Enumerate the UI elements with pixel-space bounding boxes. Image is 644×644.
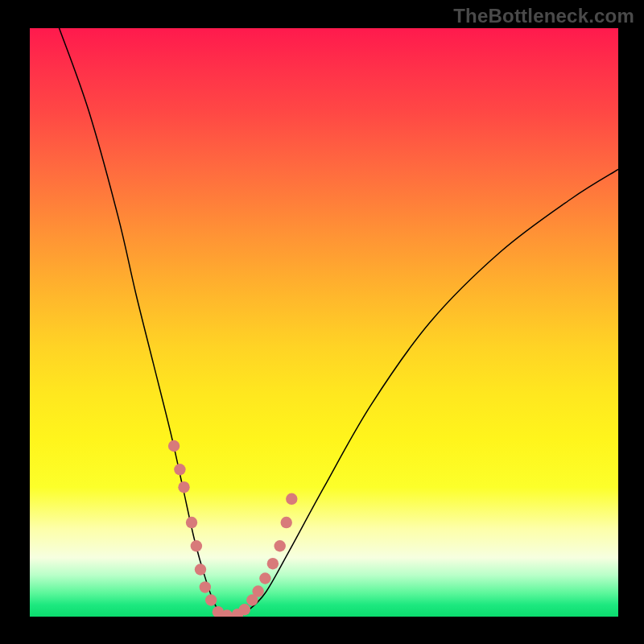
highlight-dot xyxy=(286,493,297,505)
curve-layer xyxy=(30,28,618,617)
highlight-dot xyxy=(259,572,270,584)
watermark-text: TheBottleneck.com xyxy=(453,5,634,27)
highlight-dot xyxy=(195,564,206,575)
highlight-dot xyxy=(205,594,217,605)
highlight-dot xyxy=(252,585,263,597)
highlight-dot xyxy=(274,540,285,551)
highlight-dot xyxy=(168,440,180,452)
chart-frame: TheBottleneck.com xyxy=(0,0,644,644)
highlight-dot xyxy=(174,464,185,475)
highlight-dot xyxy=(239,604,250,615)
highlight-dot xyxy=(281,517,292,528)
highlight-dot xyxy=(191,540,202,551)
highlight-dot xyxy=(178,481,189,493)
highlight-dot xyxy=(186,517,197,528)
plot-area xyxy=(28,28,618,618)
highlight-dot xyxy=(200,581,211,592)
bottleneck-curve xyxy=(60,28,618,617)
highlight-dot xyxy=(267,558,279,569)
highlight-markers xyxy=(168,440,298,617)
